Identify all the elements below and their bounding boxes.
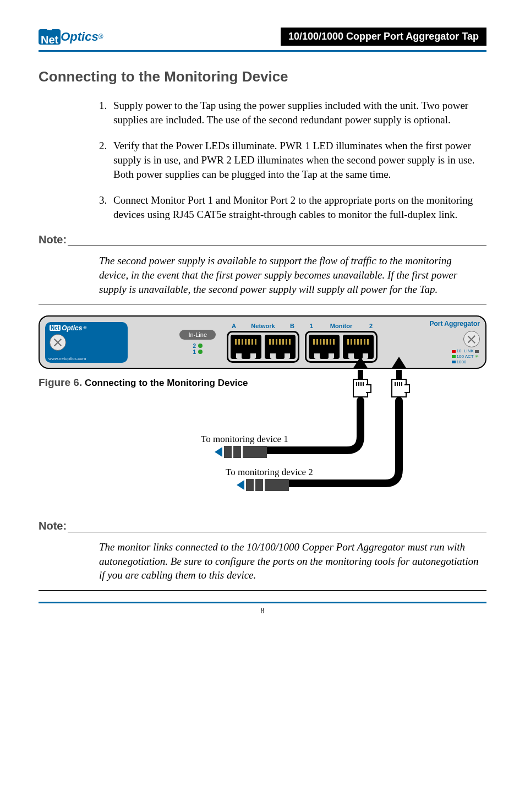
step-1-number: 1. xyxy=(99,99,113,127)
pled-2-label: 2 xyxy=(193,343,196,349)
up-arrow-icon xyxy=(391,357,407,369)
logo-badge: ~ Net xyxy=(39,29,61,45)
device-left-panel: Net Optics ® www.netoptics.com xyxy=(45,322,128,363)
link-label: LINK xyxy=(464,348,474,353)
mini-device-2 xyxy=(237,479,289,491)
cable-2-label: To monitoring device 2 xyxy=(226,467,313,478)
speed-led-legend: 10 LINK 100 ACT ✳ 1000 xyxy=(452,348,480,364)
led-10-icon xyxy=(452,350,456,353)
led-100-icon xyxy=(452,355,456,358)
inline-led-group: In-Line 2 1 xyxy=(179,330,216,355)
act-label: ACT xyxy=(465,354,474,359)
device-illustration: Net Optics ® www.netoptics.com In-Line 2… xyxy=(39,315,486,369)
note-label: Note: xyxy=(39,233,67,246)
note-2-separator xyxy=(39,590,486,591)
speed-10: 10 xyxy=(457,348,462,353)
footer-divider xyxy=(39,602,486,603)
logo-net-text: Net xyxy=(41,36,58,43)
device-box-icon xyxy=(246,479,254,491)
step-2: 2. Verify that the Power LEDs illuminate… xyxy=(99,139,481,181)
cable-1-label: To monitoring device 1 xyxy=(201,434,288,445)
network-port-b xyxy=(265,335,296,359)
link-led-icon xyxy=(475,350,479,353)
note-1-separator xyxy=(39,304,486,304)
device-logo-optics: Optics xyxy=(62,324,82,332)
steps-list: 1. Supply power to the Tap using the pow… xyxy=(99,99,481,221)
speed-1000: 1000 xyxy=(457,359,467,364)
note-label: Note: xyxy=(39,520,67,532)
note-underline xyxy=(68,237,486,246)
step-3-number: 3. xyxy=(99,193,113,221)
step-1-text: Supply power to the Tap using the power … xyxy=(113,99,481,127)
port-aggregator-label: Port Aggregator xyxy=(429,320,480,328)
inline-pill: In-Line xyxy=(179,330,216,340)
device-url: www.netoptics.com xyxy=(48,356,86,361)
pled-1-label: 1 xyxy=(193,349,196,355)
note-underline xyxy=(68,523,486,532)
step-2-number: 2. xyxy=(99,139,113,181)
note-1-body: The second power supply is available to … xyxy=(99,254,481,296)
device-logo-reg: ® xyxy=(83,325,86,330)
note-1-heading: Note: xyxy=(39,233,486,246)
monitor-port-2 xyxy=(343,335,374,359)
monitor-group-label: 1 Monitor 2 xyxy=(307,323,376,329)
power-led-1: 1 xyxy=(193,349,203,355)
device-box-icon xyxy=(224,446,232,458)
power-led-2: 2 xyxy=(193,343,203,349)
cable-diagram: To monitoring device 1 To monitoring dev… xyxy=(39,384,486,516)
device-brand: Net Optics ® xyxy=(50,324,86,332)
screw-icon-left xyxy=(50,334,66,351)
monitor-label: Monitor xyxy=(330,323,352,329)
led-icon xyxy=(198,344,203,348)
port-1-label: 1 xyxy=(310,323,313,329)
mini-device-1 xyxy=(215,446,267,458)
left-triangle-icon xyxy=(215,447,222,457)
section-heading: Connecting to the Monitoring Device xyxy=(39,68,486,85)
port-b-label: B xyxy=(290,323,294,329)
left-triangle-icon xyxy=(237,480,244,490)
step-3: 3. Connect Monitor Port 1 and Monitor Po… xyxy=(99,193,481,221)
network-group-label: A Network B xyxy=(228,323,298,329)
network-label: Network xyxy=(251,323,275,329)
logo-tilde-icon: ~ xyxy=(47,27,53,32)
device-box-icon xyxy=(265,479,289,491)
led-1000-icon xyxy=(452,361,456,363)
note-2-heading: Note: xyxy=(39,520,486,532)
arrow-stem xyxy=(396,370,402,379)
device-right-panel: Port Aggregator 10 LINK 100 ACT ✳ 1000 xyxy=(429,320,480,364)
step-1: 1. Supply power to the Tap using the pow… xyxy=(99,99,481,127)
up-arrow-icon xyxy=(353,357,368,369)
brand-logo: ~ Net Optics ® xyxy=(39,29,103,45)
monitor-port-1 xyxy=(309,335,340,359)
act-led-icon: ✳ xyxy=(475,354,479,359)
step-2-text: Verify that the Power LEDs illuminate. P… xyxy=(113,139,481,181)
device-logo-net: Net xyxy=(50,325,61,331)
network-port-group: A Network B xyxy=(227,331,299,363)
network-port-a xyxy=(231,335,261,359)
device-box-icon xyxy=(243,446,267,458)
title-bar: 10/100/1000 Copper Port Aggregator Tap xyxy=(281,28,486,46)
page-number: 8 xyxy=(39,607,486,615)
device-box-icon xyxy=(255,479,263,491)
header-divider xyxy=(39,50,486,52)
arrow-stem xyxy=(358,370,363,379)
device-box-icon xyxy=(233,446,241,458)
step-3-text: Connect Monitor Port 1 and Monitor Port … xyxy=(113,193,481,221)
led-icon xyxy=(198,350,203,354)
logo-optics-text: Optics xyxy=(61,30,98,44)
page-header: ~ Net Optics ® 10/100/1000 Copper Port A… xyxy=(39,28,486,46)
port-2-label: 2 xyxy=(369,323,373,329)
note-2-body: The monitor links connected to the 10/10… xyxy=(99,540,481,582)
port-a-label: A xyxy=(232,323,236,329)
screw-icon-right xyxy=(463,331,480,347)
logo-registered-icon: ® xyxy=(99,33,103,41)
speed-100: 100 xyxy=(457,354,464,359)
